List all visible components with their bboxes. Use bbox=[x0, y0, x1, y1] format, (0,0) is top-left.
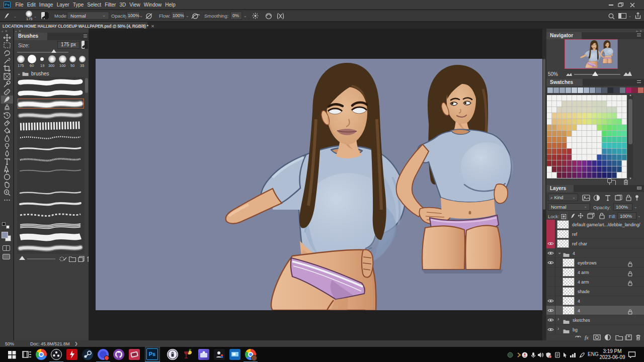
svg-text:fx: fx bbox=[585, 334, 589, 340]
